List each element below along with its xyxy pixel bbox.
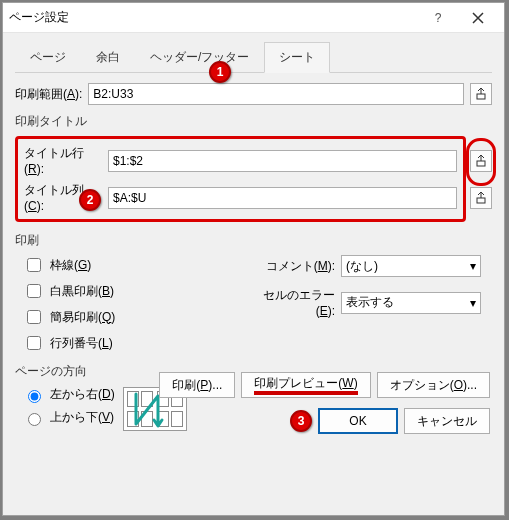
title-cols-input[interactable] [108,187,457,209]
order-lr-radio[interactable]: 左から右(D) [23,386,115,403]
print-area-input[interactable] [88,83,464,105]
callout-1: 1 [209,61,231,83]
gridlines-checkbox[interactable]: 枠線(G) [23,255,245,275]
window-title: ページ設定 [9,9,418,26]
tab-page[interactable]: ページ [15,42,81,73]
help-button[interactable]: ? [418,4,458,32]
svg-rect-2 [477,198,485,203]
refedit-red-oval [466,138,496,186]
callout-3: 3 [290,410,312,432]
rowcolhead-checkbox[interactable]: 行列番号(L) [23,333,245,353]
print-preview-button[interactable]: 印刷プレビュー(W) [241,372,370,398]
ok-button[interactable]: OK [318,408,398,434]
tab-margins[interactable]: 余白 [81,42,135,73]
print-titles-label: 印刷タイトル [15,113,492,130]
tab-sheet[interactable]: シート [264,42,330,73]
bw-checkbox[interactable]: 白黒印刷(B) [23,281,245,301]
title-cols-refedit-button[interactable] [470,187,492,209]
title-rows-label: タイトル行(R): [24,145,102,176]
title-rows-input[interactable] [108,150,457,172]
chevron-down-icon: ▾ [470,259,476,273]
page-setup-dialog: ページ設定 ? ページ 余白 ヘッダー/フッター シート 1 印刷範囲(A): … [2,2,505,516]
comments-select[interactable]: (なし)▾ [341,255,481,277]
print-titles-redbox: タイトル行(R): タイトル列(C): [15,136,466,222]
titlebar: ページ設定 ? [3,3,504,33]
svg-rect-0 [477,94,485,99]
cellerrors-label: セルのエラー(E): [245,287,335,318]
tab-header-footer[interactable]: ヘッダー/フッター [135,42,264,73]
print-area-label: 印刷範囲(A): [15,86,82,103]
order-tb-radio[interactable]: 上から下(V) [23,409,115,426]
draft-checkbox[interactable]: 簡易印刷(Q) [23,307,245,327]
chevron-down-icon: ▾ [470,296,476,310]
print-area-row: 印刷範囲(A): [15,83,492,105]
comments-label: コメント(M): [245,258,335,275]
cancel-button[interactable]: キャンセル [404,408,490,434]
print-area-refedit-button[interactable] [470,83,492,105]
close-button[interactable] [458,4,498,32]
print-section-label: 印刷 [15,232,492,249]
cellerrors-select[interactable]: 表示する▾ [341,292,481,314]
print-button[interactable]: 印刷(P)... [159,372,235,398]
callout-2: 2 [79,189,101,211]
tab-strip: ページ 余白 ヘッダー/フッター シート [15,41,492,73]
options-button[interactable]: オプション(O)... [377,372,490,398]
